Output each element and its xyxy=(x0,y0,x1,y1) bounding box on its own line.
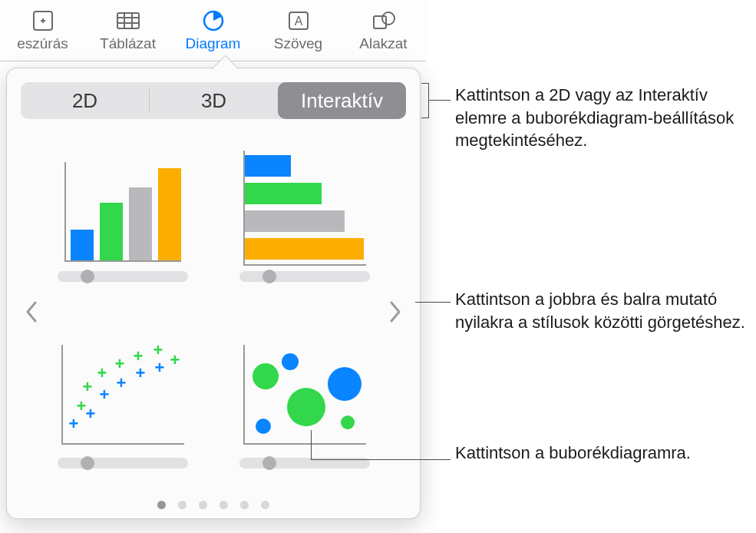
tab-2d[interactable]: 2D xyxy=(21,82,149,119)
column-chart-option[interactable] xyxy=(47,133,198,304)
toolbar-label: Táblázat xyxy=(100,35,156,52)
toolbar-chart[interactable]: Diagram xyxy=(170,0,256,61)
toolbar-label: Diagram xyxy=(186,35,241,52)
page-dot[interactable] xyxy=(199,501,207,509)
bubble-chart-option[interactable] xyxy=(229,319,380,491)
callout-line-1 xyxy=(429,100,451,101)
chart-icon xyxy=(199,9,228,32)
bar-chart-option[interactable] xyxy=(229,133,380,304)
callout-bracket-1 xyxy=(421,83,429,118)
page-dot[interactable] xyxy=(178,501,187,509)
page-indicator[interactable] xyxy=(21,490,406,509)
chart-popover: 2D 3D Interaktív xyxy=(6,68,421,519)
text-icon: A xyxy=(284,9,313,32)
toolbar-label: eszúrás xyxy=(17,35,68,52)
chart-type-tabs: 2D 3D Interaktív xyxy=(21,82,406,119)
page-dot[interactable] xyxy=(240,501,249,509)
toolbar-label: Szöveg xyxy=(274,35,322,52)
scatter-chart-option[interactable]: + + + + + + + + + + + + + xyxy=(47,319,198,491)
svg-rect-3 xyxy=(117,13,139,28)
bubble-chart-thumb xyxy=(239,341,370,449)
page-dot[interactable] xyxy=(220,501,228,509)
toolbar-table[interactable]: Táblázat xyxy=(85,0,170,61)
tab-interactive[interactable]: Interaktív xyxy=(278,82,406,119)
svg-point-12 xyxy=(382,12,395,25)
callout-bubble-text: Kattintson a buborékdiagramra. xyxy=(455,442,747,465)
toolbar-text[interactable]: A Szöveg xyxy=(256,0,341,61)
style-slider[interactable] xyxy=(58,458,188,468)
toolbar-shape[interactable]: Alakzat xyxy=(341,0,426,61)
prev-arrow[interactable] xyxy=(21,293,42,330)
callout-tabs-text: Kattintson a 2D vagy az Interaktív elemr… xyxy=(455,84,747,152)
next-arrow[interactable] xyxy=(385,293,406,330)
insert-icon xyxy=(28,9,58,32)
callout-line-3b xyxy=(311,459,451,460)
column-chart-thumb xyxy=(58,154,188,262)
callout-line-2 xyxy=(415,302,451,303)
bar-chart-thumb xyxy=(239,154,370,262)
toolbar: eszúrás Táblázat Diagram A Szöveg Alakza… xyxy=(0,0,426,61)
toolbar-insert[interactable]: eszúrás xyxy=(0,0,85,61)
callout-line-3a xyxy=(311,430,312,459)
toolbar-label: Alakzat xyxy=(359,35,407,52)
page-dot[interactable] xyxy=(261,501,269,509)
tab-3d[interactable]: 3D xyxy=(150,82,278,119)
table-icon xyxy=(114,9,143,32)
chart-style-carousel: + + + + + + + + + + + + + xyxy=(21,133,406,490)
scatter-chart-thumb: + + + + + + + + + + + + + xyxy=(58,341,188,449)
style-slider[interactable] xyxy=(239,271,370,282)
callout-arrows-text: Kattintson a jobbra és balra mutató nyil… xyxy=(455,288,747,333)
style-slider[interactable] xyxy=(58,271,188,282)
page-dot[interactable] xyxy=(157,501,166,509)
shape-icon xyxy=(369,9,398,32)
svg-text:A: A xyxy=(294,15,302,28)
